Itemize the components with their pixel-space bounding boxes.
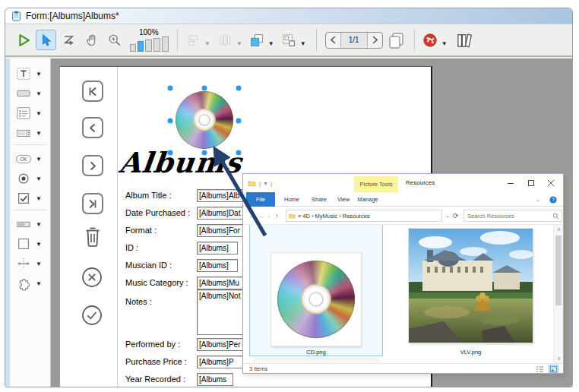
search-box[interactable] [464, 210, 562, 222]
selection-handle[interactable] [236, 118, 242, 123]
cd-thumbnail[interactable] [271, 253, 361, 346]
form-pages-button[interactable] [386, 30, 407, 50]
text-tool-caret[interactable]: ▼ [36, 71, 42, 77]
close-button[interactable] [541, 174, 561, 191]
scrollbar-thumb[interactable] [555, 236, 562, 305]
input-tool[interactable]: ▼ [14, 84, 49, 103]
tab-home[interactable]: Home [280, 192, 304, 207]
progress-tool[interactable]: ▼ [14, 215, 49, 233]
maximize-button[interactable] [521, 174, 541, 191]
zoom-tool-button[interactable] [104, 30, 125, 50]
previous-page-button[interactable] [326, 33, 340, 48]
file-item-cd[interactable]: CD.png [249, 225, 383, 356]
cd-picture-object[interactable] [170, 88, 239, 153]
tab-file[interactable]: File [246, 192, 275, 207]
ribbon-collapse-chevron-icon[interactable]: ⌄ [533, 192, 543, 207]
rectangle-tool-caret[interactable]: ▼ [36, 241, 42, 248]
breadcrumb[interactable]: « 4D › MyMusic › Resources [298, 213, 370, 220]
zoom-bar-1[interactable] [130, 44, 136, 52]
splitter-tool[interactable]: ▼ [14, 254, 49, 273]
help-button[interactable]: ? [548, 192, 558, 207]
first-record-button-object[interactable] [82, 81, 103, 102]
selection-handle[interactable] [202, 86, 207, 91]
tab-view[interactable]: View [333, 192, 354, 207]
up-icon[interactable]: ↑ [275, 212, 279, 220]
explorer-content-area[interactable]: CD.png [243, 225, 563, 363]
zoom-bar-5[interactable] [162, 36, 169, 52]
search-input[interactable] [464, 213, 552, 220]
button-tool[interactable]: OK ▼ [14, 150, 49, 168]
address-dropdown-chevron-icon[interactable]: ⌄ [445, 213, 450, 219]
combo-box-tool[interactable]: ▼ [14, 124, 49, 142]
next-page-button[interactable] [368, 33, 382, 48]
entry-order-tool-button[interactable] [59, 30, 79, 50]
selection-handle[interactable] [168, 118, 173, 123]
field-object-id[interactable]: [Albums] [197, 242, 238, 254]
delete-record-object[interactable] [83, 225, 103, 248]
distribute-button[interactable] [215, 30, 236, 50]
tab-share[interactable]: Share [307, 192, 331, 207]
scroll-down-icon[interactable]: ∨ [554, 354, 563, 363]
zoom-level-control[interactable]: 100% [130, 28, 169, 52]
explorer-titlebar[interactable]: | ▾ | Picture Tools Resources [243, 174, 563, 192]
thumbnail-view-button[interactable] [549, 365, 558, 373]
form-title-text-object[interactable]: Albums [118, 146, 244, 179]
align-dropdown-caret[interactable]: ▼ [204, 40, 210, 47]
button-tool-caret[interactable]: ▼ [36, 156, 42, 163]
library-button[interactable] [452, 30, 478, 50]
accept-object[interactable] [81, 304, 103, 327]
recent-locations-chevron-icon[interactable]: ⌄ [267, 213, 271, 219]
progress-tool-caret[interactable]: ▼ [36, 221, 42, 228]
input-tool-caret[interactable]: ▼ [36, 90, 42, 97]
cancel-object[interactable] [81, 266, 103, 289]
level-dropdown-caret[interactable]: ▼ [268, 40, 274, 47]
last-record-button-object[interactable] [82, 193, 103, 214]
tab-manage[interactable]: Manage [354, 192, 381, 207]
selection-handle[interactable] [168, 86, 173, 91]
text-tool[interactable]: ▼ [14, 65, 49, 83]
vlv-thumbnail[interactable] [409, 229, 533, 343]
explorer-scrollbar[interactable]: ∧ ∨ [553, 225, 563, 363]
selection-handle[interactable] [236, 86, 242, 91]
zoom-bar-4[interactable] [153, 38, 160, 52]
pointer-tool-button[interactable] [36, 30, 56, 50]
grid-button[interactable] [279, 30, 299, 50]
next-record-button-object[interactable] [82, 155, 103, 176]
refresh-icon[interactable]: ⟳ [453, 212, 459, 220]
zoom-bars[interactable] [130, 36, 169, 52]
data-source-dropdown-caret[interactable]: ▼ [441, 40, 448, 47]
scroll-up-icon[interactable]: ∧ [554, 225, 563, 234]
file-item-vlv[interactable]: VLV.png [409, 229, 533, 363]
combo-box-tool-caret[interactable]: ▼ [36, 130, 42, 137]
distribute-dropdown-caret[interactable]: ▼ [236, 40, 242, 47]
quick-access-toolbar[interactable]: | ▾ | [259, 180, 272, 187]
hand-tool-button[interactable] [81, 30, 102, 50]
address-bar[interactable]: « 4D › MyMusic › Resources [286, 210, 442, 222]
field-object-muscian-id[interactable]: [Albums] [197, 259, 238, 272]
grid-dropdown-caret[interactable]: ▼ [300, 40, 306, 47]
splitter-tool-caret[interactable]: ▼ [36, 261, 42, 267]
zoom-bar-3[interactable] [145, 40, 152, 52]
minimize-button[interactable] [501, 174, 520, 191]
align-button[interactable] [183, 30, 204, 50]
list-box-tool[interactable]: ▼ [14, 104, 49, 122]
forward-icon[interactable]: → [258, 212, 264, 220]
previous-record-button-object[interactable] [82, 117, 103, 138]
form-editor-titlebar[interactable]: Form:[Albums]Albums* [5, 8, 572, 24]
list-box-tool-caret[interactable]: ▼ [36, 110, 42, 117]
plugin-tool-caret[interactable]: ▼ [36, 280, 42, 287]
plugin-tool[interactable]: ▼ [14, 274, 49, 292]
radio-button-tool-caret[interactable]: ▼ [36, 175, 42, 182]
data-source-button[interactable] [420, 30, 441, 50]
checkbox-tool-caret[interactable]: ▼ [36, 195, 42, 202]
checkbox-tool[interactable]: ▼ [14, 189, 49, 207]
level-button[interactable] [247, 30, 267, 50]
run-form-button[interactable] [13, 30, 33, 50]
rectangle-tool[interactable]: ▼ [14, 235, 49, 253]
field-label: Music Category : [125, 278, 188, 287]
radio-button-tool[interactable]: ▼ [14, 169, 49, 188]
field-object-year-recorded[interactable]: [Albums [197, 373, 233, 386]
details-view-button[interactable] [535, 365, 545, 373]
back-icon[interactable]: ← [248, 212, 255, 220]
zoom-bar-2-active[interactable] [138, 41, 144, 52]
